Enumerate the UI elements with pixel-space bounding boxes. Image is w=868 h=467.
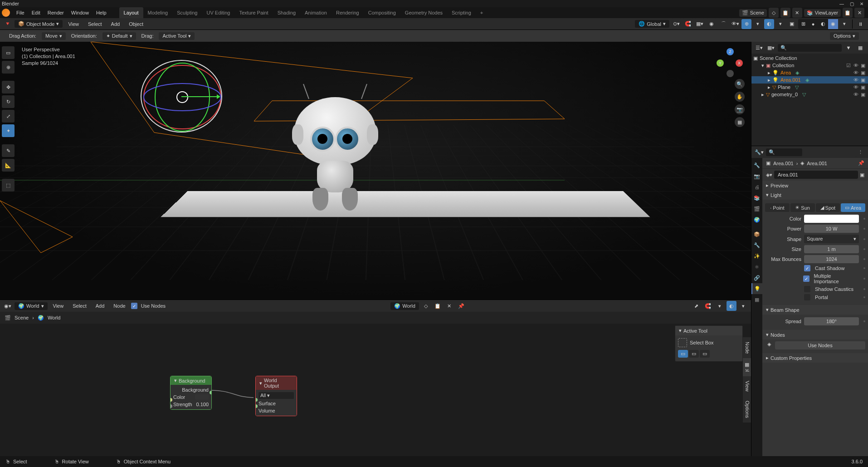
disclosure-icon[interactable]: ▸ <box>768 84 770 90</box>
disclosure-icon[interactable]: ▾ <box>761 63 764 69</box>
animate-button[interactable] <box>863 248 865 250</box>
drag-action-dropdown[interactable]: Move ▾ <box>42 32 66 40</box>
tab-modeling[interactable]: Modeling <box>143 7 173 18</box>
node-overlays-dropdown[interactable]: ▾ <box>738 301 748 311</box>
light-type-area[interactable]: ▭Area <box>841 203 865 212</box>
drag-dropdown[interactable]: Active Tool ▾ <box>159 32 195 40</box>
size-field[interactable]: 1 m <box>804 245 859 253</box>
zoom-button[interactable]: 🔍 <box>735 79 745 89</box>
render-icon[interactable]: ▣ <box>860 84 866 90</box>
disclosure-icon[interactable]: ▸ <box>768 70 770 76</box>
properties-type-dropdown[interactable]: 🔧▾ <box>754 147 764 157</box>
prop-tab-texture[interactable]: ▦ <box>751 294 762 305</box>
shadow-caustics-checkbox[interactable] <box>804 286 810 292</box>
proportional-edit-toggle[interactable]: ◉ <box>707 19 717 29</box>
animate-button[interactable] <box>863 288 865 290</box>
tree-row[interactable]: ▸ 💡 Area.001 ◈ 👁 ▣ <box>751 76 868 84</box>
pin-button[interactable]: 📌 <box>456 301 466 311</box>
prop-tab-render[interactable]: 📷 <box>751 171 762 182</box>
light-type-spot[interactable]: ◢Spot <box>816 203 840 212</box>
render-icon[interactable]: ▣ <box>860 70 866 76</box>
light-type-sun[interactable]: ☀Sun <box>790 203 815 212</box>
node-canvas[interactable]: ▾Background Background Color Strength0.1… <box>0 324 751 456</box>
select-mode-set[interactable]: ▭ <box>678 350 688 358</box>
tab-texture-paint[interactable]: Texture Paint <box>234 7 273 18</box>
unlink-world-button[interactable]: ✕ <box>444 301 454 311</box>
maximize-button[interactable]: ▢ <box>847 1 856 7</box>
scene-browse-button[interactable]: ◇ <box>769 8 779 18</box>
panel-custom-header[interactable]: ▸Custom Properties <box>762 353 868 363</box>
blender-logo-icon[interactable] <box>2 9 10 17</box>
animate-button[interactable] <box>863 228 865 230</box>
navigation-gizmo[interactable]: X Y Z <box>718 48 746 75</box>
prop-tab-constraints[interactable]: 🔗 <box>751 272 762 283</box>
add-workspace-button[interactable]: + <box>476 7 488 18</box>
new-scene-button[interactable]: 📋 <box>780 8 790 18</box>
eye-icon[interactable]: 👁 <box>853 92 859 98</box>
prop-tab-scene[interactable]: 🎬 <box>751 203 762 214</box>
render-icon[interactable]: ▣ <box>860 63 866 69</box>
world-browse-button[interactable]: ◇ <box>421 301 431 311</box>
light-type-point[interactable]: ·Point <box>765 203 790 212</box>
node-overlays-toggle[interactable]: ◐ <box>727 301 736 311</box>
world-datablock-dropdown[interactable]: 🌍 World <box>390 302 419 310</box>
eye-icon[interactable]: 👁 <box>853 63 859 69</box>
close-button[interactable]: ✕ <box>857 1 866 7</box>
vp-menu-object[interactable]: Object <box>125 19 147 29</box>
tab-compositing[interactable]: Compositing <box>364 7 400 18</box>
gizmos-dropdown[interactable]: ▾ <box>753 19 763 29</box>
tree-row[interactable]: ▸ 💡 Area ◈ 👁 ▣ <box>751 69 868 76</box>
datablock-name-input[interactable]: Area.001 <box>774 171 858 179</box>
panel-preview-header[interactable]: ▸Preview <box>762 181 868 190</box>
panel-light-header[interactable]: ▾Light <box>762 190 868 200</box>
vp-menu-select[interactable]: Select <box>84 19 106 29</box>
tree-row[interactable]: ▸ ▽ Plane ▽ 👁 ▣ <box>751 84 868 91</box>
tab-uv-editing[interactable]: UV Editing <box>202 7 234 18</box>
snap-node-dropdown[interactable]: ▾ <box>715 301 725 311</box>
tool-move[interactable]: ✥ <box>2 81 15 93</box>
exclude-checkbox[interactable]: ☑ <box>845 63 852 69</box>
pan-button[interactable]: ✋ <box>735 92 745 102</box>
overlays-dropdown[interactable]: ▾ <box>775 19 785 29</box>
node-world-output[interactable]: ▾World Output All ▾ Surface Volume <box>255 376 297 416</box>
sidetab-view[interactable]: View <box>743 376 751 396</box>
properties-options-button[interactable]: ⋮ <box>855 147 865 157</box>
animate-button[interactable] <box>863 238 865 240</box>
minimize-button[interactable]: — <box>837 1 846 7</box>
panel-beam-header[interactable]: ▾Beam Shape <box>762 305 868 315</box>
prop-tab-object[interactable]: 📦 <box>751 229 762 240</box>
output-socket[interactable] <box>210 391 212 394</box>
eye-icon[interactable]: 👁 <box>853 70 859 76</box>
breadcrumb-obj[interactable]: Area.001 <box>773 161 794 166</box>
power-field[interactable]: 10 W <box>804 225 859 233</box>
tool-rotate[interactable]: ↻ <box>2 95 15 108</box>
node-parent-button[interactable]: ⬈ <box>691 301 701 311</box>
shading-wireframe[interactable]: ⊞ <box>798 19 808 29</box>
node-menu-view[interactable]: View <box>49 300 68 311</box>
prop-tab-modifiers[interactable]: 🔧 <box>751 240 762 251</box>
axis-x[interactable]: X <box>736 59 743 67</box>
tab-geometry-nodes[interactable]: Geometry Nodes <box>400 7 447 18</box>
outliner-display-dropdown[interactable]: ▦▾ <box>766 43 776 53</box>
breadcrumb-scene[interactable]: Scene <box>15 315 29 320</box>
breadcrumb-world[interactable]: World <box>48 315 61 320</box>
prop-tab-output[interactable]: 🖨 <box>751 182 762 192</box>
axis-z[interactable]: Z <box>727 48 734 55</box>
tab-sculpting[interactable]: Sculpting <box>172 7 202 18</box>
color-field[interactable] <box>804 215 859 223</box>
target-dropdown[interactable]: All ▾ <box>258 392 294 399</box>
shading-solid[interactable]: ● <box>808 19 818 29</box>
outliner-filter-button[interactable]: ▼ <box>844 43 853 53</box>
tool-annotate[interactable]: ✎ <box>2 144 15 157</box>
shading-material[interactable]: ◐ <box>818 19 828 29</box>
multi-importance-checkbox[interactable]: ✓ <box>803 275 809 282</box>
shading-rendered[interactable]: ◉ <box>828 19 838 29</box>
xray-toggle[interactable]: ▣ <box>787 19 797 29</box>
pin-icon[interactable]: 📌 <box>858 160 864 166</box>
select-mode-extend[interactable]: ▭ <box>689 350 699 358</box>
proportional-falloff-dropdown[interactable]: ⌒ <box>718 19 728 29</box>
tab-animation[interactable]: Animation <box>300 7 332 18</box>
sidetab-extra-icon[interactable]: ▦ <box>743 360 751 369</box>
sidetab-options[interactable]: Options <box>743 396 751 423</box>
snap-node-toggle[interactable]: 🧲 <box>703 301 713 311</box>
